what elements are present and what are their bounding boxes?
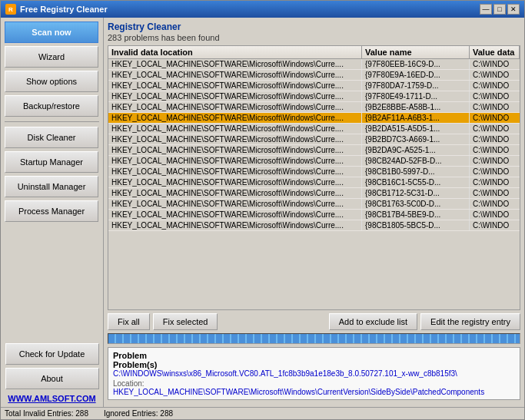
startup-manager-button[interactable]: Startup Manager <box>5 151 98 173</box>
table-row[interactable]: HKEY_LOCAL_MACHINE\SOFTWARE\Microsoft\Wi… <box>108 102 520 113</box>
cell-location: HKEY_LOCAL_MACHINE\SOFTWARE\Microsoft\Wi… <box>108 156 362 166</box>
location-text: HKEY_LOCAL_MACHINE\SOFTWARE\Microsoft\Wi… <box>113 388 515 396</box>
cell-valuename: {9B2DA9C-A525-1... <box>362 145 470 155</box>
cell-location: HKEY_LOCAL_MACHINE\SOFTWARE\Microsoft\Wi… <box>108 199 362 209</box>
col-valuedata: Value data <box>470 46 520 58</box>
website-link[interactable]: WWW.AMLSOFT.COM <box>8 394 95 403</box>
fix-all-button[interactable]: Fix all <box>108 313 150 330</box>
process-manager-button[interactable]: Process Manager <box>5 200 98 222</box>
cell-location: HKEY_LOCAL_MACHINE\SOFTWARE\Microsoft\Wi… <box>108 102 362 112</box>
table-row[interactable]: HKEY_LOCAL_MACHINE\SOFTWARE\Microsoft\Wi… <box>108 188 520 199</box>
cell-valuename: {9B2AF11A-A6B3-1... <box>362 113 470 123</box>
cell-valuename: {97F80EEB-16C9-D... <box>362 59 470 69</box>
col-location: Invalid data location <box>108 46 362 58</box>
show-options-button[interactable]: Show options <box>5 71 98 92</box>
cell-valuename: {97F80DA7-1759-D... <box>362 81 470 91</box>
cell-valuename: {98CB24AD-52FB-D... <box>362 156 470 166</box>
cell-valuedata: C:\WINDO <box>470 220 520 230</box>
panel-title: Registry Cleaner <box>108 21 520 32</box>
table-row[interactable]: HKEY_LOCAL_MACHINE\SOFTWARE\Microsoft\Wi… <box>108 81 520 91</box>
cell-location: HKEY_LOCAL_MACHINE\SOFTWARE\Microsoft\Wi… <box>108 167 362 177</box>
cell-valuedata: C:\WINDO <box>470 156 520 166</box>
wizard-button[interactable]: Wizard <box>5 46 98 68</box>
sidebar-divider-1 <box>5 121 99 122</box>
disk-cleaner-button[interactable]: Disk Cleaner <box>5 127 98 148</box>
table-row[interactable]: HKEY_LOCAL_MACHINE\SOFTWARE\Microsoft\Wi… <box>108 220 520 231</box>
table-row[interactable]: HKEY_LOCAL_MACHINE\SOFTWARE\Microsoft\Wi… <box>108 177 520 188</box>
cell-valuename: {98CB1B0-5997-D... <box>362 167 470 177</box>
progress-bar <box>108 333 520 344</box>
fix-selected-button[interactable]: Fix selected <box>153 313 218 330</box>
cell-location: HKEY_LOCAL_MACHINE\SOFTWARE\Microsoft\Wi… <box>108 210 362 220</box>
cell-location: HKEY_LOCAL_MACHINE\SOFTWARE\Microsoft\Wi… <box>108 70 362 80</box>
panel-subtitle: 283 problems has been found <box>108 33 520 42</box>
table-row[interactable]: HKEY_LOCAL_MACHINE\SOFTWARE\Microsoft\Wi… <box>108 134 520 145</box>
table-row[interactable]: HKEY_LOCAL_MACHINE\SOFTWARE\Microsoft\Wi… <box>108 70 520 81</box>
app-icon: R <box>5 4 16 15</box>
edit-registry-button[interactable]: Edit the registry entry <box>420 313 520 330</box>
cell-valuedata: C:\WINDO <box>470 124 520 134</box>
close-button[interactable]: ✕ <box>507 4 520 15</box>
cell-valuedata: C:\WINDO <box>470 177 520 187</box>
ignored-entries: Ignored Entries: 288 <box>104 409 173 418</box>
cell-location: HKEY_LOCAL_MACHINE\SOFTWARE\Microsoft\Wi… <box>108 124 362 134</box>
table-row[interactable]: HKEY_LOCAL_MACHINE\SOFTWARE\Microsoft\Wi… <box>108 210 520 220</box>
table-row[interactable]: HKEY_LOCAL_MACHINE\SOFTWARE\Microsoft\Wi… <box>108 124 520 134</box>
minimize-button[interactable]: — <box>480 4 492 15</box>
table-row[interactable]: HKEY_LOCAL_MACHINE\SOFTWARE\Microsoft\Wi… <box>108 199 520 210</box>
location-label: Location: <box>113 379 515 388</box>
table-header: Invalid data location Value name Value d… <box>108 46 520 59</box>
action-buttons: Fix all Fix selected Add to exclude list… <box>108 313 520 330</box>
sidebar-bottom: Check for Update About WWW.AMLSOFT.COM <box>5 343 99 403</box>
check-update-button[interactable]: Check for Update <box>5 343 99 365</box>
title-bar: R Free Registry Cleaner — □ ✕ <box>1 1 524 18</box>
table-row[interactable]: HKEY_LOCAL_MACHINE\SOFTWARE\Microsoft\Wi… <box>108 91 520 102</box>
registry-table: Invalid data location Value name Value d… <box>108 45 520 310</box>
problem-label: Problem <box>113 351 515 360</box>
cell-valuename: {98CB17B4-5BE9-D... <box>362 210 470 220</box>
cell-location: HKEY_LOCAL_MACHINE\SOFTWARE\Microsoft\Wi… <box>108 59 362 69</box>
cell-location: HKEY_LOCAL_MACHINE\SOFTWARE\Microsoft\Wi… <box>108 113 362 123</box>
table-row[interactable]: HKEY_LOCAL_MACHINE\SOFTWARE\Microsoft\Wi… <box>108 59 520 70</box>
title-controls: — □ ✕ <box>480 4 520 15</box>
cell-valuedata: C:\WINDO <box>470 145 520 155</box>
cell-valuename: {9B2BD7C3-A669-1... <box>362 134 470 144</box>
cell-valuedata: C:\WINDO <box>470 167 520 177</box>
table-row[interactable]: HKEY_LOCAL_MACHINE\SOFTWARE\Microsoft\Wi… <box>108 156 520 167</box>
sidebar-spacer <box>5 225 99 340</box>
maximize-button[interactable]: □ <box>493 4 506 15</box>
cell-valuename: {97F80E9A-16ED-D... <box>362 70 470 80</box>
main-window: R Free Registry Cleaner — □ ✕ Scan now W… <box>0 0 525 420</box>
cell-valuedata: C:\WINDO <box>470 113 520 123</box>
total-entries: Total Invalid Entries: 288 <box>5 409 88 418</box>
right-panel: Registry Cleaner 283 problems has been f… <box>104 18 524 407</box>
cell-valuedata: C:\WINDO <box>470 188 520 198</box>
title-bar-left: R Free Registry Cleaner <box>5 4 108 15</box>
table-row[interactable]: HKEY_LOCAL_MACHINE\SOFTWARE\Microsoft\Wi… <box>108 145 520 156</box>
uninstall-manager-button[interactable]: Uninstall Manager <box>5 176 98 197</box>
problem-title: Problem(s) <box>113 360 515 369</box>
scan-now-button[interactable]: Scan now <box>5 21 98 43</box>
cell-valuename: {97F80E49-1711-D... <box>362 91 470 101</box>
cell-valuename: {98CB1712-5C31-D... <box>362 188 470 198</box>
cell-valuedata: C:\WINDO <box>470 210 520 220</box>
cell-location: HKEY_LOCAL_MACHINE\SOFTWARE\Microsoft\Wi… <box>108 177 362 187</box>
sidebar: Scan now Wizard Show options Backup/rest… <box>1 18 104 407</box>
add-to-exclude-button[interactable]: Add to exclude list <box>329 313 417 330</box>
problem-section: Problem Problem(s) C:\WINDOWS\winsxs\x86… <box>108 347 520 400</box>
table-body[interactable]: HKEY_LOCAL_MACHINE\SOFTWARE\Microsoft\Wi… <box>108 59 520 309</box>
window-title: Free Registry Cleaner <box>20 5 108 14</box>
cell-valuename: {9B2DA515-A5D5-1... <box>362 124 470 134</box>
problem-text: C:\WINDOWS\winsxs\x86_Microsoft.VC80.ATL… <box>113 369 515 378</box>
table-row[interactable]: HKEY_LOCAL_MACHINE\SOFTWARE\Microsoft\Wi… <box>108 167 520 177</box>
cell-valuename: {98CB16C1-5C55-D... <box>362 177 470 187</box>
cell-valuedata: C:\WINDO <box>470 70 520 80</box>
table-row[interactable]: HKEY_LOCAL_MACHINE\SOFTWARE\Microsoft\Wi… <box>108 113 520 124</box>
cell-location: HKEY_LOCAL_MACHINE\SOFTWARE\Microsoft\Wi… <box>108 91 362 101</box>
backup-restore-button[interactable]: Backup/restore <box>5 95 98 117</box>
about-button[interactable]: About <box>5 368 99 389</box>
col-valuename: Value name <box>362 46 470 58</box>
status-bar: Total Invalid Entries: 288 Ignored Entri… <box>1 407 524 419</box>
cell-valuedata: C:\WINDO <box>470 59 520 69</box>
cell-valuedata: C:\WINDO <box>470 134 520 144</box>
